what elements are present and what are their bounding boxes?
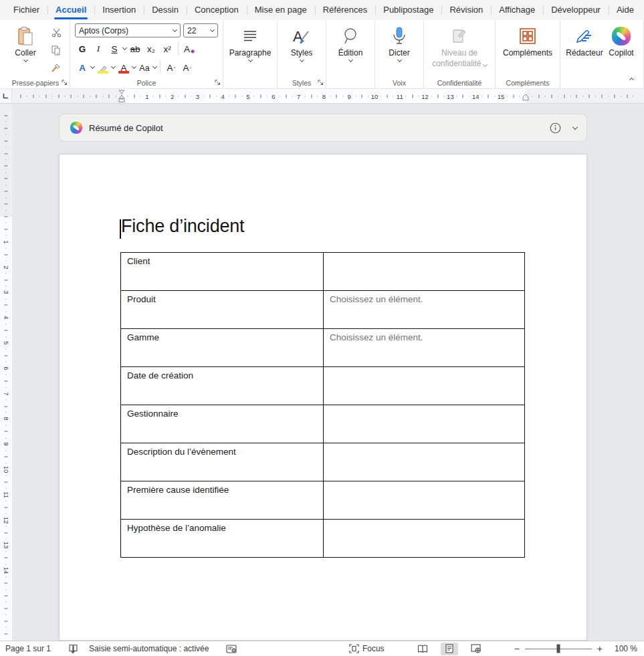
tab-accueil[interactable]: Accueil [47,0,94,20]
dialog-launcher-icon[interactable] [318,80,324,86]
font-name-combobox[interactable]: Aptos (Corps) [75,23,181,37]
text-effects-button[interactable]: A [75,60,90,74]
row-label-cell[interactable]: Gestionnaire [121,405,324,443]
info-icon[interactable] [550,122,561,134]
chevron-down-icon[interactable] [111,64,116,68]
sensitivity-group-label: Confidentialité [424,79,495,87]
table-row: Produit Choisissez un élément. [121,291,525,329]
bold-button[interactable]: G [75,41,90,56]
document-canvas: Résumé de Copilot Fiche d’incident Clien… [12,104,644,641]
microphone-icon [392,25,407,47]
zoom-in-button[interactable]: + [597,645,603,652]
row-label-cell[interactable]: Description du l’évènement [121,443,324,481]
subscript-button[interactable]: x₂ [144,41,158,56]
row-value-cell[interactable] [324,520,525,558]
font-color-button[interactable]: A [116,60,131,74]
horizontal-ruler[interactable]: 123456789101112131415 [12,89,644,103]
document-page[interactable]: Fiche d’incident Client Produit Choisiss… [59,154,587,641]
row-value-cell[interactable] [324,443,525,481]
addins-label: Compléments [503,49,552,58]
change-case-button[interactable]: Aa [137,60,152,74]
tab-aide[interactable]: Aide [609,0,642,20]
tab-developpeur[interactable]: Développeur [543,0,609,20]
dictate-button[interactable]: Dicter [380,23,419,76]
chevron-down-icon[interactable] [152,64,157,68]
tab-mise-en-page[interactable]: Mise en page [247,0,315,20]
row-value-cell[interactable] [324,405,525,443]
copilot-summary-banner[interactable]: Résumé de Copilot [59,114,587,142]
copilot-button[interactable]: Copilot [604,23,639,76]
web-layout-button[interactable] [467,643,485,655]
addins-button[interactable]: Compléments [500,23,555,76]
caret-down-mark: ˇ [190,67,192,73]
row-label-cell[interactable]: Gamme [121,329,324,367]
font-size-combobox[interactable]: 22 [183,23,218,37]
ribbon-tab-bar: Fichier Accueil Insertion Dessin Concept… [0,0,644,20]
format-painter-button[interactable] [49,61,64,74]
strikethrough-button[interactable]: ab [128,41,142,56]
collapse-ribbon-button[interactable] [630,72,633,84]
tab-revision[interactable]: Révision [441,0,491,20]
tab-dessin[interactable]: Dessin [144,0,187,20]
copilot-icon [70,122,82,134]
chevron-down-icon[interactable] [90,64,95,68]
zoom-slider-track[interactable] [525,649,592,649]
editor-button[interactable]: Rédacteur [565,23,604,76]
tab-conception[interactable]: Conception [187,0,247,20]
zoom-slider-thumb[interactable] [556,645,560,653]
styles-button[interactable]: A Styles [282,23,321,76]
row-label-cell[interactable]: Hypothèse de l’anomalie [121,520,324,558]
row-label-cell[interactable]: Produit [121,291,324,329]
cut-button[interactable] [49,26,64,39]
read-mode-button[interactable] [414,643,431,655]
tab-publipostage[interactable]: Publipostage [375,0,441,20]
chevron-down-icon[interactable] [572,124,578,130]
paste-button[interactable]: Coller [6,23,45,76]
tab-affichage[interactable]: Affichage [491,0,543,20]
zoom-slider[interactable]: − + [514,645,603,652]
chevron-down-icon [173,27,177,32]
focus-mode-button[interactable]: Focus [349,644,385,653]
shrink-font-button[interactable]: Aˇ [180,60,195,74]
tab-stop-selector[interactable] [0,89,12,103]
focus-label: Focus [362,644,385,653]
tab-stop-left-icon [3,93,9,99]
grow-font-button[interactable]: Aˆ [164,60,179,74]
editing-button[interactable]: Édition [331,23,370,76]
editing-group: Édition [326,20,375,88]
italic-button[interactable]: I [91,41,106,56]
tab-fichier[interactable]: Fichier [5,0,47,20]
highlight-color-button[interactable] [96,60,110,74]
clear-formatting-button[interactable]: A◆ [182,41,197,56]
underline-button[interactable]: S [107,41,122,56]
row-value-cell[interactable] [324,367,525,405]
zoom-out-button[interactable]: − [514,645,520,652]
zoom-level[interactable]: 100 % [612,644,637,653]
chevron-down-icon[interactable] [132,64,136,68]
autocomplete-status[interactable]: Saisie semi-automatique : activée [89,644,209,653]
copy-button[interactable] [49,43,64,57]
tab-insertion[interactable]: Insertion [94,0,144,20]
proofing-status-icon[interactable] [68,644,78,653]
row-value-dropdown[interactable]: Choisissez un élément. [324,291,525,329]
superscript-button[interactable]: x² [160,41,175,56]
row-label-cell[interactable]: Client [121,253,324,291]
dialog-launcher-icon[interactable] [215,80,221,86]
right-indent-marker[interactable] [522,94,529,102]
row-value-cell[interactable] [324,253,525,291]
paragraph-button[interactable]: Paragraphe [228,23,272,76]
row-label-cell[interactable]: Première cause identifiée [121,481,324,520]
row-label-cell[interactable]: Date de création [121,367,324,405]
incident-table: Client Produit Choisissez un élément. Ga… [120,252,525,558]
dialog-launcher-icon[interactable] [62,80,68,86]
first-line-indent-marker[interactable] [118,90,125,103]
row-value-dropdown[interactable]: Choisissez un élément. [324,329,525,367]
tab-references[interactable]: Références [315,0,375,20]
chevron-down-icon [483,62,488,67]
row-value-cell[interactable] [324,481,525,520]
chevron-down-icon[interactable] [122,45,127,49]
macro-record-icon[interactable] [226,645,237,653]
vertical-ruler[interactable]: 1234567891011121314 [0,104,12,641]
page-indicator[interactable]: Page 1 sur 1 [5,644,51,653]
print-layout-button[interactable] [441,643,458,655]
